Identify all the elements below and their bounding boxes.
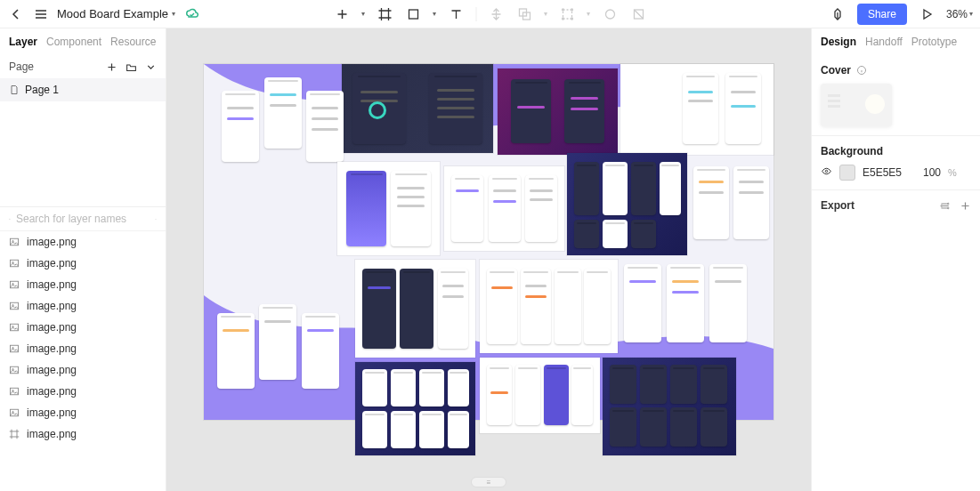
shape-icon[interactable] <box>404 5 422 23</box>
chevron-down-icon[interactable]: ▾ <box>433 10 436 18</box>
search-input[interactable] <box>16 213 150 225</box>
image-tile[interactable] <box>693 166 729 239</box>
menu-icon[interactable] <box>32 5 50 23</box>
pages-header: Page <box>0 55 166 78</box>
background-swatch[interactable] <box>839 165 855 181</box>
background-hex-input[interactable] <box>863 166 909 179</box>
tab-component[interactable]: Component <box>46 36 101 48</box>
svg-rect-11 <box>11 238 19 246</box>
canvas[interactable]: ≡ <box>166 28 811 491</box>
search-icon <box>9 213 11 225</box>
frame-icon[interactable] <box>376 5 393 23</box>
svg-point-32 <box>941 205 943 206</box>
image-tile[interactable] <box>480 260 618 353</box>
boolean-icon[interactable] <box>515 5 533 23</box>
layer-item[interactable]: image.png <box>0 338 166 359</box>
add-page-icon[interactable] <box>105 60 117 73</box>
image-tile[interactable] <box>498 68 618 155</box>
chevron-down-icon[interactable] <box>144 60 157 73</box>
tab-layer[interactable]: Layer <box>9 36 37 48</box>
layer-label: image.png <box>27 406 77 419</box>
play-icon[interactable] <box>918 5 935 23</box>
file-name[interactable]: Mood Board Example ▾ <box>57 7 175 20</box>
layer-label: image.png <box>27 428 77 440</box>
share-button[interactable]: Share <box>857 4 907 25</box>
layer-label: image.png <box>27 257 77 270</box>
image-tile[interactable] <box>603 358 736 455</box>
left-sidebar: Layer Component Resource Page <box>0 28 166 491</box>
layer-item[interactable]: image.png <box>0 317 166 338</box>
layer-label: image.png <box>27 364 77 376</box>
svg-point-30 <box>825 170 827 172</box>
image-tile[interactable] <box>709 264 747 342</box>
image-tile[interactable] <box>667 264 704 342</box>
add-export-icon[interactable] <box>960 200 971 212</box>
chevron-down-icon[interactable]: ▾ <box>361 10 365 18</box>
image-tile[interactable] <box>259 304 296 380</box>
layer-item[interactable]: image.png <box>0 402 166 423</box>
image-tile[interactable] <box>733 166 769 239</box>
mask-icon[interactable] <box>601 5 619 23</box>
layer-item[interactable]: image.png <box>0 359 166 381</box>
settings-icon[interactable] <box>939 200 951 212</box>
image-icon <box>9 301 20 311</box>
tab-resource[interactable]: Resource <box>110 36 156 48</box>
select-icon[interactable] <box>558 5 576 23</box>
tab-prototype[interactable]: Prototype <box>911 36 957 48</box>
back-icon[interactable] <box>7 5 25 23</box>
layer-label: image.png <box>27 321 77 334</box>
image-tile[interactable] <box>222 91 259 162</box>
image-tile[interactable] <box>337 162 440 255</box>
info-icon[interactable] <box>856 65 867 76</box>
layer-item[interactable]: image.png <box>0 253 166 274</box>
image-tile[interactable] <box>444 166 564 251</box>
layer-item[interactable]: image.png <box>0 295 166 317</box>
slice-icon[interactable] <box>629 5 647 23</box>
pages-label: Page <box>9 60 34 73</box>
image-tile[interactable] <box>355 260 475 358</box>
zoom-control[interactable]: 36% ▾ <box>946 8 973 20</box>
frame-layer-icon <box>9 429 20 439</box>
image-tile[interactable] <box>620 64 773 155</box>
toolbar-separator <box>475 7 476 21</box>
tab-handoff[interactable]: Handoff <box>865 36 903 48</box>
svg-rect-27 <box>11 409 19 416</box>
chevron-down-icon[interactable]: ▾ <box>587 10 590 18</box>
cover-label: Cover <box>821 64 851 76</box>
zoom-value: 36% <box>946 8 968 20</box>
align-icon[interactable] <box>487 5 505 23</box>
image-tile[interactable] <box>306 91 344 162</box>
image-icon <box>9 407 20 418</box>
export-section: Export <box>812 190 980 221</box>
visibility-icon[interactable] <box>821 165 832 180</box>
image-tile[interactable] <box>624 264 661 342</box>
text-icon[interactable] <box>447 5 465 23</box>
layer-item[interactable]: image.png <box>0 231 166 253</box>
svg-rect-13 <box>11 260 19 267</box>
image-tile[interactable] <box>342 64 493 153</box>
tab-design[interactable]: Design <box>821 36 856 48</box>
background-opacity-input[interactable] <box>916 166 941 179</box>
layer-item[interactable]: image.png <box>0 423 166 445</box>
image-tile[interactable] <box>302 313 339 389</box>
layer-item[interactable]: image.png <box>0 274 166 295</box>
plus-icon[interactable] <box>333 5 351 23</box>
layer-search <box>0 207 166 231</box>
page-item[interactable]: Page 1 <box>0 78 166 101</box>
image-tile[interactable] <box>264 77 302 149</box>
cloud-synced-icon[interactable] <box>182 5 200 23</box>
folder-icon[interactable] <box>125 60 137 73</box>
image-tile[interactable] <box>567 153 687 255</box>
chevron-down-icon[interactable]: ▾ <box>544 10 547 18</box>
cover-thumbnail[interactable] <box>821 84 892 126</box>
image-tile[interactable] <box>355 362 475 455</box>
image-icon <box>9 258 20 269</box>
layer-item[interactable]: image.png <box>0 381 166 402</box>
pages-spacer <box>0 101 166 206</box>
component-icon[interactable] <box>829 5 846 23</box>
image-tile[interactable] <box>217 313 255 389</box>
collapse-icon[interactable] <box>155 213 157 225</box>
image-tile[interactable] <box>480 358 600 433</box>
canvas-handle-icon[interactable]: ≡ <box>471 477 506 487</box>
svg-rect-19 <box>11 324 19 331</box>
